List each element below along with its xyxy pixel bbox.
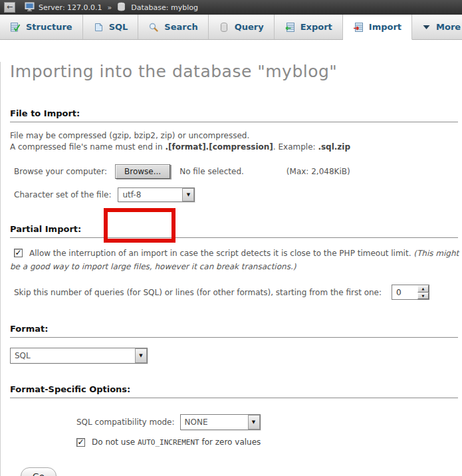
breadcrumb-database[interactable]: Database: myblog <box>117 2 198 13</box>
sql-icon <box>93 22 104 33</box>
tab-sql[interactable]: SQL <box>83 15 139 39</box>
charset-label: Character set of the file: <box>14 190 111 199</box>
sql-compatibility-row: SQL compatibility mode: NONE ▼ <box>76 414 459 430</box>
tab-search[interactable]: Search <box>138 15 208 39</box>
back-button[interactable]: ← <box>4 2 15 13</box>
chevron-down-icon[interactable]: ▼ <box>182 188 194 201</box>
charset-select[interactable]: utf-8 ▼ <box>118 187 195 202</box>
breadcrumb-database-label: Database: myblog <box>131 3 198 12</box>
breadcrumb-server-label: Server: 127.0.0.1 <box>39 3 102 12</box>
skip-queries-row: Skip this number of queries (for SQL) or… <box>10 285 459 300</box>
breadcrumb-bar: ← Server: 127.0.0.1 » Database: myblog <box>0 0 462 15</box>
auto-increment-row: ✓ Do not use AUTO_INCREMENT for zero val… <box>76 437 459 447</box>
section-heading-format-specific-options: Format-Specific Options: <box>10 384 458 398</box>
tab-label: Import <box>369 22 402 32</box>
sql-compatibility-select[interactable]: NONE ▼ <box>180 414 261 430</box>
import-page: Importing into the database "myblog" Fil… <box>0 62 462 476</box>
tab-label: Export <box>300 22 332 32</box>
tab-export[interactable]: Export <box>275 15 343 39</box>
page-title: Importing into the database "myblog" <box>10 62 459 81</box>
format-select[interactable]: SQL ▼ <box>10 348 148 364</box>
skip-queries-value: 0 <box>392 285 417 299</box>
compression-line2-mid: . Example: <box>273 142 318 152</box>
compression-format-pattern: .[format].[compression] <box>165 142 273 152</box>
query-icon <box>219 22 229 33</box>
auto-increment-text: Do not use AUTO_INCREMENT for zero value… <box>92 437 261 447</box>
tab-label: SQL <box>109 22 128 32</box>
compression-line1: File may be compressed (gzip, bzip2, zip… <box>10 131 249 140</box>
tab-label: Search <box>164 22 197 32</box>
allow-interruption-row: ✓ Allow the interruption of an import in… <box>10 247 459 273</box>
structure-icon <box>10 22 21 33</box>
spinner-up-icon[interactable]: ▲ <box>417 285 429 293</box>
tab-label: Structure <box>26 22 72 32</box>
tab-more[interactable]: More <box>412 15 462 39</box>
search-icon <box>148 22 159 33</box>
tab-label: Query <box>235 22 264 32</box>
skip-queries-label: Skip this number of queries (for SQL) or… <box>14 288 382 297</box>
browse-label: Browse your computer: <box>14 167 107 176</box>
chevron-down-icon[interactable]: ▼ <box>135 348 147 363</box>
section-heading-format: Format: <box>10 324 458 338</box>
server-icon <box>25 2 35 13</box>
compression-example: .sql.zip <box>318 142 350 152</box>
chevron-down-icon[interactable]: ▼ <box>248 415 260 429</box>
compression-info-text: File may be compressed (gzip, bzip2, zip… <box>10 130 459 153</box>
section-heading-partial-import: Partial Import: <box>10 224 458 238</box>
allow-interruption-text: Allow the interruption of an import in c… <box>29 249 413 258</box>
sql-compatibility-label: SQL compatibility mode: <box>76 417 175 427</box>
no-file-selected-text: No file selected. <box>179 167 244 176</box>
browse-row: Browse your computer: Browse... No file … <box>10 164 459 179</box>
charset-row: Character set of the file: utf-8 ▼ <box>10 187 459 202</box>
compression-line2-prefix: A compressed file's name must end in <box>10 142 165 152</box>
format-selected-value: SQL <box>11 348 135 363</box>
export-icon <box>285 22 295 33</box>
format-select-row: SQL ▼ <box>10 348 459 364</box>
tab-bar: Structure SQL Search Query <box>0 15 462 40</box>
tab-label: More <box>436 22 461 32</box>
auto-increment-checkbox[interactable]: ✓ <box>76 438 85 447</box>
sql-compatibility-value: NONE <box>181 415 248 429</box>
section-heading-file-to-import: File to Import: <box>10 108 458 122</box>
tab-query[interactable]: Query <box>209 15 275 39</box>
breadcrumb-server[interactable]: Server: 127.0.0.1 <box>25 2 102 13</box>
database-icon <box>117 2 128 13</box>
import-icon <box>353 22 364 33</box>
allow-interruption-checkbox[interactable]: ✓ <box>14 249 23 257</box>
skip-queries-spinner: ▲ ▼ <box>417 285 429 299</box>
breadcrumb-separator: » <box>108 3 112 12</box>
max-size-note: (Max: 2,048KiB) <box>287 167 350 176</box>
go-button[interactable]: Go <box>21 467 57 476</box>
auto-increment-code: AUTO_INCREMENT <box>138 438 199 447</box>
charset-selected-value: utf-8 <box>118 188 182 201</box>
skip-queries-input[interactable]: 0 ▲ ▼ <box>392 285 429 300</box>
tab-structure[interactable]: Structure <box>0 15 83 39</box>
chevron-down-icon <box>422 25 431 30</box>
spinner-down-icon[interactable]: ▼ <box>417 293 429 300</box>
browse-button[interactable]: Browse... <box>115 164 170 179</box>
tab-import[interactable]: Import <box>343 15 412 40</box>
